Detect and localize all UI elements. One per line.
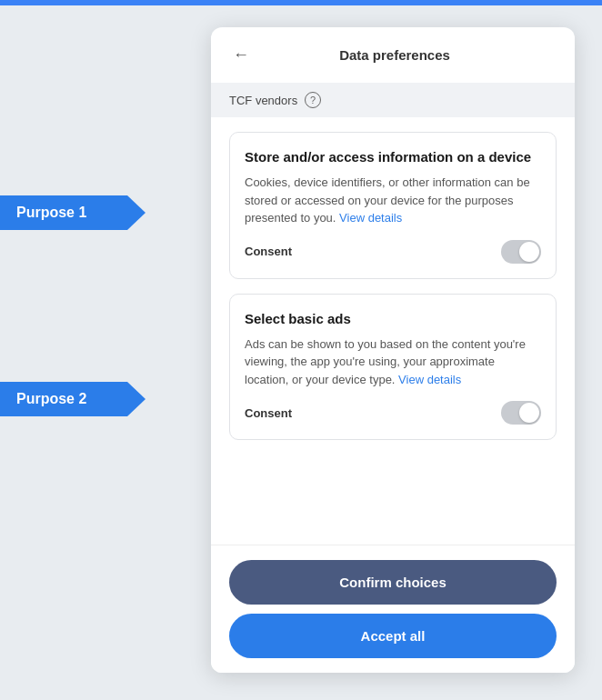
modal-title: Data preferences xyxy=(253,47,537,63)
tcf-vendors-bar: TCF vendors ? xyxy=(211,83,575,117)
purpose-1-arrow: Purpose 1 xyxy=(0,195,145,230)
modal-content: Store and/or access information on a dev… xyxy=(211,117,575,545)
confirm-choices-button[interactable]: Confirm choices xyxy=(229,560,557,605)
purpose-1-card-desc: Cookies, device identifiers, or other in… xyxy=(245,174,541,227)
purpose-2-consent-row: Consent xyxy=(245,401,541,425)
modal-footer: Confirm choices Accept all xyxy=(211,545,575,673)
purpose-2-card-desc: Ads can be shown to you based on the con… xyxy=(245,335,541,389)
modal: ← Data preferences TCF vendors ? Store a… xyxy=(211,27,575,673)
purpose-2-toggle-knob xyxy=(519,403,539,423)
tcf-vendors-label: TCF vendors xyxy=(229,94,297,107)
accept-all-button[interactable]: Accept all xyxy=(229,614,557,658)
purpose-2-card-title: Select basic ads xyxy=(245,309,541,328)
purpose-1-toggle[interactable] xyxy=(501,240,541,264)
purpose-2-view-details[interactable]: View details xyxy=(398,373,461,386)
back-button[interactable]: ← xyxy=(229,42,253,68)
purpose-1-text: Purpose 1 xyxy=(16,205,86,221)
purpose-2-label: Purpose 2 xyxy=(0,382,145,416)
back-icon: ← xyxy=(233,45,249,65)
top-bar xyxy=(0,0,602,5)
purpose-1-consent-row: Consent xyxy=(245,240,541,264)
purpose-2-text: Purpose 2 xyxy=(16,391,86,407)
purpose-1-consent-label: Consent xyxy=(245,245,292,258)
purpose-1-label: Purpose 1 xyxy=(0,195,145,230)
purpose-2-toggle[interactable] xyxy=(501,401,541,425)
page-wrapper: Purpose 1 Purpose 2 ← Data preferences T… xyxy=(0,0,602,700)
purpose-1-view-details[interactable]: View details xyxy=(339,211,402,225)
tcf-help-icon[interactable]: ? xyxy=(305,92,321,108)
purpose-2-consent-label: Consent xyxy=(245,406,292,420)
modal-header: ← Data preferences xyxy=(211,27,575,83)
purpose-card-2: Select basic ads Ads can be shown to you… xyxy=(229,294,557,441)
purpose-1-toggle-knob xyxy=(519,242,539,262)
purpose-1-card-title: Store and/or access information on a dev… xyxy=(245,147,541,166)
purpose-2-arrow: Purpose 2 xyxy=(0,382,145,416)
purpose-card-1: Store and/or access information on a dev… xyxy=(229,132,557,279)
